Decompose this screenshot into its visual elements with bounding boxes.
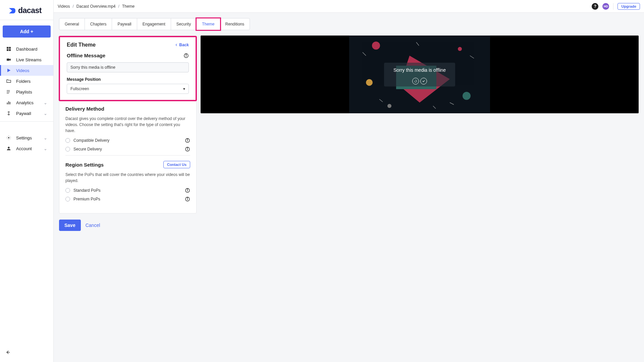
analytics-icon	[6, 100, 11, 105]
avatar[interactable]: HD	[602, 3, 609, 10]
svg-point-35	[387, 104, 391, 108]
radio-secure-delivery[interactable]: Secure Delivery	[65, 146, 190, 152]
message-position-label: Message Position	[67, 77, 189, 82]
nav-list-secondary: Settings ⌄ Account ⌄	[0, 122, 53, 154]
sidebar-item-videos[interactable]: Videos	[0, 65, 53, 76]
sidebar-item-analytics[interactable]: Analytics ⌄	[0, 97, 53, 108]
collapse-sidebar[interactable]	[0, 345, 53, 362]
cancel-link[interactable]: Cancel	[86, 223, 100, 228]
highlighted-section: Edit Theme Back Offline Message	[59, 36, 197, 101]
tabs: General Chapters Paywall Engagement Secu…	[59, 18, 250, 30]
tab-general[interactable]: General	[59, 18, 85, 30]
sidebar-item-account[interactable]: Account ⌄	[0, 143, 53, 154]
add-button[interactable]: Add +	[3, 25, 51, 38]
video-preview: Sorry this media is offline	[201, 36, 639, 113]
check-icon	[420, 78, 427, 84]
sidebar: dacast Add + Dashboard Live Streams Vide…	[0, 0, 54, 362]
sidebar-item-label: Live Streams	[16, 57, 42, 62]
gear-icon	[6, 135, 11, 140]
breadcrumb: Videos / Dacast Overview.mp4 / Theme	[58, 4, 135, 9]
arrow-left-icon	[5, 349, 11, 355]
upgrade-button[interactable]: Upgrade	[618, 3, 640, 10]
sidebar-item-label: Settings	[16, 135, 32, 140]
back-link[interactable]: Back	[175, 43, 189, 47]
sidebar-item-label: Paywall	[16, 111, 31, 116]
logo[interactable]: dacast	[0, 0, 53, 20]
radio-standard-pops[interactable]: Standard PoPs	[65, 188, 190, 193]
chevron-down-icon: ⌄	[44, 111, 47, 116]
dashboard-icon	[6, 46, 11, 52]
sidebar-item-settings[interactable]: Settings ⌄	[0, 132, 53, 143]
preview-overlay: Sorry this media is offline	[384, 63, 455, 86]
radio-icon	[65, 138, 70, 143]
tab-security[interactable]: Security	[171, 18, 197, 30]
info-icon[interactable]	[185, 188, 190, 193]
radio-icon	[65, 147, 70, 152]
delivery-method-title: Delivery Method	[65, 106, 104, 112]
svg-point-32	[366, 79, 373, 86]
logo-text: dacast	[18, 6, 42, 15]
info-icon[interactable]	[183, 53, 189, 58]
logo-mark-icon	[8, 7, 16, 15]
offline-message-title: Offline Message	[67, 53, 105, 58]
info-icon[interactable]	[185, 138, 190, 143]
folder-icon	[6, 78, 11, 84]
chevron-left-icon	[175, 43, 178, 47]
breadcrumb-item[interactable]: Dacast Overview.mp4	[76, 4, 116, 9]
tab-renditions[interactable]: Renditions	[220, 18, 250, 30]
replay-icon	[412, 78, 419, 84]
svg-point-15	[186, 54, 186, 55]
svg-rect-7	[7, 93, 9, 93]
tab-paywall[interactable]: Paywall	[112, 18, 137, 30]
save-button[interactable]: Save	[59, 220, 81, 231]
sidebar-item-paywall[interactable]: Paywall ⌄	[0, 108, 53, 119]
sidebar-item-dashboard[interactable]: Dashboard	[0, 44, 53, 54]
edit-theme-panel: Edit Theme Back Offline Message	[59, 36, 197, 214]
contact-us-button[interactable]: Contact Us	[163, 161, 190, 168]
sidebar-item-playlists[interactable]: Playlists	[0, 86, 53, 97]
svg-point-33	[463, 92, 471, 100]
svg-point-11	[8, 137, 9, 138]
radio-icon	[65, 188, 70, 193]
playlist-icon	[6, 89, 11, 95]
info-icon[interactable]	[185, 146, 190, 152]
svg-rect-9	[8, 101, 9, 104]
preview-offline-text: Sorry this media is offline	[393, 67, 446, 73]
message-position-select[interactable]: Fullscreen ▾	[67, 84, 189, 94]
chevron-down-icon: ⌄	[44, 146, 47, 151]
svg-point-12	[8, 147, 9, 148]
sidebar-item-live-streams[interactable]: Live Streams	[0, 54, 53, 65]
sidebar-item-label: Playlists	[16, 89, 32, 95]
sidebar-item-label: Folders	[16, 79, 31, 84]
tab-theme[interactable]: Theme	[196, 17, 221, 31]
chevron-down-icon: ⌄	[44, 135, 47, 140]
radio-compatible-delivery[interactable]: Compatible Delivery	[65, 138, 190, 143]
svg-rect-2	[7, 49, 8, 51]
sidebar-item-label: Dashboard	[16, 47, 38, 52]
svg-rect-0	[7, 47, 8, 49]
svg-point-21	[187, 148, 187, 148]
help-icon[interactable]: ?	[592, 3, 598, 10]
sidebar-item-folders[interactable]: Folders	[0, 76, 53, 86]
svg-point-27	[187, 198, 187, 198]
radio-icon	[65, 197, 70, 201]
offline-message-input[interactable]	[67, 62, 189, 72]
paywall-icon	[6, 111, 11, 116]
camera-icon	[6, 57, 11, 62]
radio-premium-pops[interactable]: Premium PoPs	[65, 196, 190, 202]
tab-chapters[interactable]: Chapters	[85, 18, 112, 30]
tab-engagement[interactable]: Engagement	[137, 18, 171, 30]
svg-rect-6	[7, 92, 10, 92]
info-icon[interactable]	[185, 196, 190, 202]
svg-point-31	[372, 42, 380, 50]
breadcrumb-item[interactable]: Videos	[58, 4, 70, 9]
breadcrumb-item: Theme	[122, 4, 135, 9]
caret-down-icon: ▾	[183, 86, 185, 91]
person-icon	[6, 146, 11, 151]
region-settings-desc: Select the PoPs that will cover the coun…	[65, 172, 190, 184]
panel-title: Edit Theme	[67, 42, 96, 48]
svg-rect-3	[9, 49, 11, 51]
svg-point-34	[458, 47, 462, 51]
main: Videos / Dacast Overview.mp4 / Theme ? H…	[54, 0, 644, 362]
delivery-method-desc: Dacast gives you complete control over t…	[65, 116, 190, 134]
